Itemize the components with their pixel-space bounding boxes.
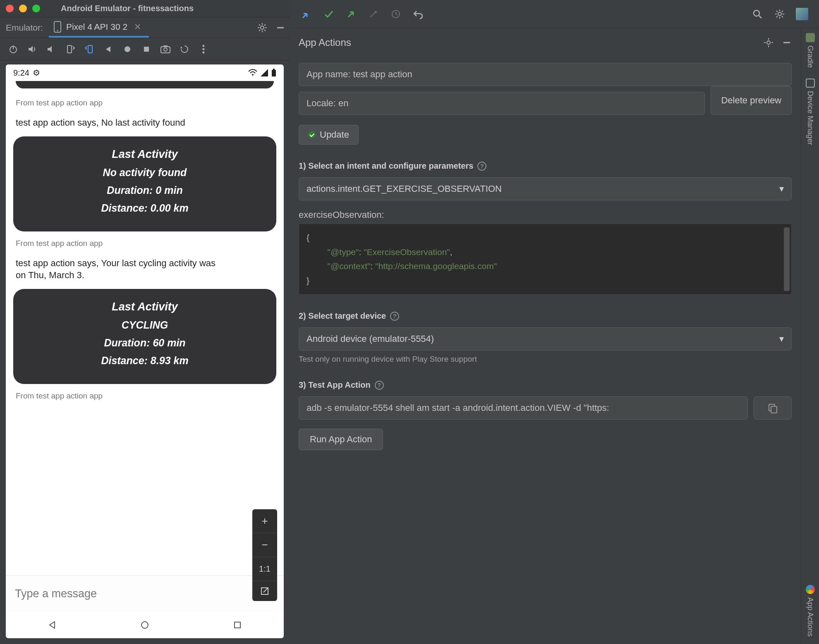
emulator-minimize-icon[interactable] [271, 17, 290, 38]
ide-settings-icon[interactable] [770, 5, 789, 24]
update-button[interactable]: Update [299, 125, 359, 145]
close-tab-icon[interactable]: ✕ [134, 22, 141, 32]
svg-line-7 [259, 24, 260, 26]
svg-rect-20 [144, 47, 149, 52]
composer-placeholder: Type a message [15, 587, 97, 600]
panel-title: App Actions [299, 37, 351, 48]
svg-point-22 [164, 48, 167, 51]
status-settings-icon: ⚙ [33, 68, 40, 78]
ide-toolbar [290, 0, 819, 28]
nav-home-icon[interactable] [140, 620, 150, 630]
svg-rect-31 [273, 69, 275, 70]
card-distance: Distance: 0.00 km [22, 202, 268, 214]
activity-card[interactable]: Last Activity CYCLING Duration: 60 min D… [13, 289, 276, 384]
chevron-down-icon: ▾ [779, 334, 784, 344]
svg-marker-24 [180, 46, 182, 48]
back-icon[interactable] [99, 41, 117, 57]
stop-icon[interactable] [137, 41, 156, 57]
json-editor[interactable]: { "@type": "ExerciseObservation", "@cont… [299, 224, 792, 295]
copy-button[interactable] [754, 396, 792, 420]
apply-changes-icon[interactable] [319, 5, 338, 24]
volume-down-icon[interactable] [42, 41, 60, 57]
step-out-icon[interactable] [342, 5, 361, 24]
scrollbar[interactable] [784, 227, 790, 291]
step-1-label: 1) Select an intent and configure parame… [299, 161, 792, 171]
svg-point-36 [374, 11, 377, 13]
emulator-toolbar [0, 38, 290, 60]
param-label: exerciseObservation: [299, 210, 792, 220]
emulator-tab-bar: Emulator: Pixel 4 API 30 2 ✕ [0, 17, 290, 38]
rotate-left-icon[interactable] [61, 41, 79, 57]
screenshot-icon[interactable] [156, 41, 175, 57]
copy-icon [767, 403, 778, 413]
locale-field[interactable]: Locale: en [299, 92, 705, 115]
intent-select[interactable]: actions.intent.GET_EXERCISE_OBSERVATION … [299, 177, 792, 200]
nav-back-icon[interactable] [47, 620, 57, 630]
zoom-fit-button[interactable] [252, 581, 277, 601]
app-name-field[interactable]: App name: test app action [299, 63, 792, 86]
svg-point-27 [203, 51, 205, 53]
emulator-label: Emulator: [0, 17, 49, 38]
help-icon[interactable]: ? [375, 381, 384, 390]
status-time: 9:24 [13, 68, 29, 78]
svg-point-40 [778, 12, 781, 16]
undo-icon[interactable] [409, 5, 428, 24]
help-icon[interactable]: ? [477, 162, 486, 171]
card-title: Last Activity [22, 148, 268, 161]
zoom-reset-button[interactable]: 1:1 [252, 557, 277, 581]
maximize-window-icon[interactable] [32, 5, 40, 12]
svg-line-47 [776, 16, 778, 17]
phone-frame-wrap: 9:24 ⚙ From test app action app test app… [0, 60, 290, 644]
rail-app-actions[interactable]: App Actions [806, 585, 815, 637]
message-composer[interactable]: Type a message [6, 575, 284, 612]
emulator-settings-icon[interactable] [253, 17, 271, 38]
rotate-right-icon[interactable] [80, 41, 98, 57]
svg-point-28 [252, 74, 254, 76]
user-avatar[interactable] [793, 5, 812, 24]
more-icon[interactable] [194, 41, 213, 57]
signal-icon [261, 69, 268, 76]
volume-up-icon[interactable] [23, 41, 41, 57]
svg-point-19 [125, 46, 130, 52]
svg-marker-14 [29, 46, 33, 52]
step-3-label: 3) Test App Action? [299, 380, 792, 390]
assistant-conversation[interactable]: From test app action app test app action… [6, 81, 284, 575]
nav-recents-icon[interactable] [232, 620, 242, 630]
activity-card[interactable]: Last Activity No activity found Duration… [13, 136, 276, 231]
adb-command-field[interactable]: adb -s emulator-5554 shell am start -a a… [299, 396, 748, 420]
card-title: Last Activity [22, 301, 268, 313]
search-icon[interactable] [748, 5, 767, 24]
help-icon[interactable]: ? [390, 312, 399, 321]
step-2-label: 2) Select target device? [299, 311, 792, 321]
close-window-icon[interactable] [6, 5, 14, 12]
device-select[interactable]: Android device (emulator-5554) ▾ [299, 327, 792, 351]
rail-gradle[interactable]: Gradle [806, 33, 815, 68]
svg-line-8 [264, 30, 266, 31]
power-icon[interactable] [4, 41, 22, 57]
zoom-in-button[interactable]: + [252, 509, 277, 533]
check-icon [308, 131, 316, 138]
phone-screen[interactable]: 9:24 ⚙ From test app action app test app… [6, 64, 284, 638]
svg-rect-17 [88, 45, 92, 53]
panel-minimize-icon[interactable] [782, 38, 792, 48]
phone-icon [53, 21, 62, 33]
message-source: From test app action app [13, 236, 276, 250]
record-icon[interactable] [118, 41, 136, 57]
minimize-window-icon[interactable] [19, 5, 27, 12]
run-app-action-button[interactable]: Run App Action [299, 429, 383, 450]
snapshot-restore-icon[interactable] [175, 41, 194, 57]
zoom-controls: + − 1:1 [252, 509, 277, 601]
attach-debugger-icon[interactable] [364, 5, 383, 24]
step-into-icon[interactable] [297, 5, 316, 24]
delete-preview-button[interactable]: Delete preview [711, 86, 792, 115]
svg-point-26 [203, 48, 205, 50]
rail-device-manager[interactable]: Device Manager [806, 79, 815, 145]
panel-settings-icon[interactable] [764, 38, 774, 48]
emulator-device-tab[interactable]: Pixel 4 API 30 2 ✕ [49, 17, 149, 38]
svg-point-38 [754, 10, 759, 16]
intent-selected-value: actions.intent.GET_EXERCISE_OBSERVATION [307, 184, 502, 194]
ide-right-pane: App Actions App name: test app action Lo… [290, 0, 819, 644]
wifi-icon [248, 69, 257, 76]
history-icon[interactable] [386, 5, 405, 24]
zoom-out-button[interactable]: − [252, 533, 277, 557]
